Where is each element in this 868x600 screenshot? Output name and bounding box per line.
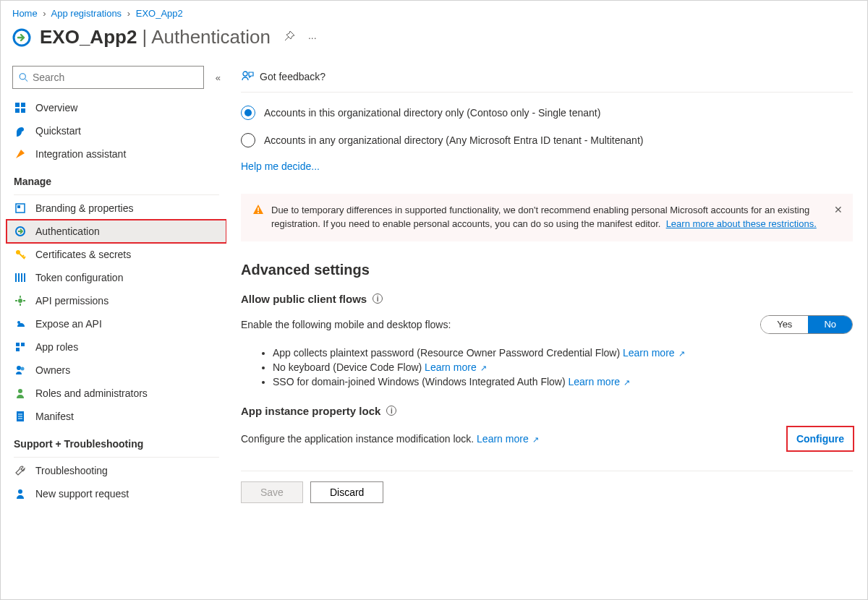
integration-icon bbox=[14, 147, 27, 160]
svg-rect-4 bbox=[21, 103, 25, 107]
warning-icon bbox=[252, 204, 264, 220]
svg-rect-8 bbox=[17, 205, 20, 208]
external-link-icon: ↗ bbox=[676, 349, 685, 358]
sidebar-item-owners[interactable]: Owners bbox=[7, 359, 226, 382]
token-icon bbox=[14, 271, 27, 284]
footer-bar: Save Discard bbox=[241, 471, 853, 510]
breadcrumb: Home › App registrations › EXO_App2 bbox=[1, 1, 867, 22]
configure-button[interactable]: Configure bbox=[788, 427, 853, 450]
collapse-sidebar-icon[interactable]: « bbox=[216, 72, 221, 83]
svg-point-21 bbox=[21, 367, 25, 371]
svg-point-30 bbox=[258, 212, 259, 213]
svg-point-28 bbox=[243, 72, 247, 76]
svg-point-1 bbox=[20, 74, 25, 80]
feedback-label: Got feedback? bbox=[260, 71, 326, 82]
save-button[interactable]: Save bbox=[241, 481, 303, 503]
sidebar-item-new-support-request[interactable]: New support request bbox=[7, 482, 226, 505]
sidebar-item-token-config[interactable]: Token configuration bbox=[7, 266, 226, 289]
radio-multitenant[interactable]: Accounts in any organizational directory… bbox=[241, 133, 853, 147]
search-icon bbox=[19, 72, 28, 82]
sidebar-item-integration-assistant[interactable]: Integration assistant bbox=[7, 142, 226, 166]
sidebar-item-branding[interactable]: Branding & properties bbox=[7, 197, 226, 220]
breadcrumb-app[interactable]: EXO_App2 bbox=[136, 8, 183, 19]
sidebar-item-label: Branding & properties bbox=[35, 202, 133, 214]
feedback-button[interactable]: Got feedback? bbox=[241, 70, 326, 83]
breadcrumb-app-registrations[interactable]: App registrations bbox=[51, 8, 122, 19]
breadcrumb-home[interactable]: Home bbox=[12, 8, 38, 19]
key-icon bbox=[14, 248, 27, 261]
sidebar-item-label: Troubleshooting bbox=[35, 465, 108, 476]
learn-more-link[interactable]: Learn more ↗ bbox=[425, 361, 487, 373]
learn-more-link[interactable]: Learn more ↗ bbox=[569, 376, 631, 387]
svg-point-20 bbox=[17, 366, 21, 370]
sidebar-item-label: Certificates & secrets bbox=[35, 249, 131, 260]
lock-description: Configure the application instance modif… bbox=[241, 433, 539, 445]
sidebar-item-label: API permissions bbox=[35, 295, 109, 307]
troubleshooting-icon bbox=[14, 464, 27, 477]
close-icon[interactable]: ✕ bbox=[834, 202, 843, 217]
learn-more-link[interactable]: Learn more ↗ bbox=[477, 433, 539, 445]
svg-rect-17 bbox=[16, 343, 20, 346]
pin-icon[interactable] bbox=[284, 30, 295, 44]
search-input[interactable] bbox=[12, 66, 204, 89]
warning-alert: Due to temporary differences in supporte… bbox=[241, 194, 853, 241]
app-instance-lock-heading: App instance property lock i bbox=[241, 405, 853, 417]
radio-label: Accounts in this organizational director… bbox=[264, 107, 600, 119]
public-client-flows-heading: Allow public client flows i bbox=[241, 293, 853, 305]
radio-single-tenant[interactable]: Accounts in this organizational director… bbox=[241, 106, 853, 120]
sidebar-item-label: Overview bbox=[35, 102, 77, 113]
svg-rect-19 bbox=[16, 348, 20, 351]
chevron-right-icon: › bbox=[43, 8, 46, 19]
external-link-icon: ↗ bbox=[530, 435, 539, 444]
sidebar-item-label: Quickstart bbox=[35, 125, 81, 137]
learn-more-link[interactable]: Learn more ↗ bbox=[623, 347, 685, 359]
public-client-toggle[interactable]: Yes No bbox=[760, 315, 853, 334]
svg-point-27 bbox=[18, 489, 22, 494]
toggle-yes[interactable]: Yes bbox=[761, 316, 808, 333]
alert-learn-more-link[interactable]: Learn more about these restrictions. bbox=[666, 218, 817, 229]
sidebar-item-label: Manifest bbox=[35, 411, 74, 422]
sidebar-item-label: New support request bbox=[35, 488, 129, 500]
flows-list: App collects plaintext password (Resourc… bbox=[273, 347, 853, 387]
main-content: Got feedback? Accounts in this organizat… bbox=[226, 63, 867, 593]
enable-flows-text: Enable the following mobile and desktop … bbox=[241, 319, 451, 330]
external-link-icon: ↗ bbox=[621, 378, 630, 387]
sidebar-item-manifest[interactable]: Manifest bbox=[7, 405, 226, 428]
sidebar: « Overview Quickstart Integration assist… bbox=[1, 63, 226, 593]
sidebar-item-app-roles[interactable]: App roles bbox=[7, 335, 226, 359]
sidebar-item-label: Authentication bbox=[35, 226, 100, 237]
sidebar-item-overview[interactable]: Overview bbox=[7, 96, 226, 119]
alert-body: Due to temporary differences in supporte… bbox=[271, 204, 824, 231]
flow-item: App collects plaintext password (Resourc… bbox=[273, 347, 853, 359]
sidebar-item-label: Integration assistant bbox=[35, 148, 126, 160]
radio-label: Accounts in any organizational directory… bbox=[264, 134, 643, 146]
sidebar-item-api-permissions[interactable]: API permissions bbox=[7, 289, 226, 312]
sidebar-item-certs-secrets[interactable]: Certificates & secrets bbox=[7, 243, 226, 266]
svg-point-15 bbox=[18, 299, 22, 303]
toggle-no[interactable]: No bbox=[808, 316, 852, 333]
more-icon[interactable]: ··· bbox=[308, 32, 317, 43]
svg-line-2 bbox=[25, 79, 27, 82]
sidebar-item-label: App roles bbox=[35, 341, 78, 353]
radio-icon bbox=[241, 106, 255, 120]
manifest-icon bbox=[14, 410, 27, 423]
radio-icon bbox=[241, 133, 255, 147]
page-header: EXO_App2 | Authentication ··· bbox=[1, 22, 867, 63]
chevron-right-icon: › bbox=[127, 8, 130, 19]
sidebar-item-troubleshooting[interactable]: Troubleshooting bbox=[7, 459, 226, 482]
svg-point-16 bbox=[17, 321, 20, 324]
sidebar-item-quickstart[interactable]: Quickstart bbox=[7, 119, 226, 142]
support-icon bbox=[14, 487, 27, 500]
help-me-decide-link[interactable]: Help me decide... bbox=[241, 160, 853, 172]
api-permissions-icon bbox=[14, 294, 27, 307]
owners-icon bbox=[14, 364, 27, 377]
flow-item: No keyboard (Device Code Flow) Learn mor… bbox=[273, 361, 853, 373]
svg-rect-18 bbox=[21, 343, 25, 346]
sidebar-item-expose-api[interactable]: Expose an API bbox=[7, 312, 226, 335]
info-icon[interactable]: i bbox=[386, 406, 396, 416]
info-icon[interactable]: i bbox=[373, 293, 383, 304]
sidebar-item-roles-admins[interactable]: Roles and administrators bbox=[7, 382, 226, 405]
discard-button[interactable]: Discard bbox=[310, 481, 383, 503]
page-title-section: | Authentication bbox=[137, 26, 271, 48]
sidebar-item-authentication[interactable]: Authentication bbox=[7, 220, 226, 243]
